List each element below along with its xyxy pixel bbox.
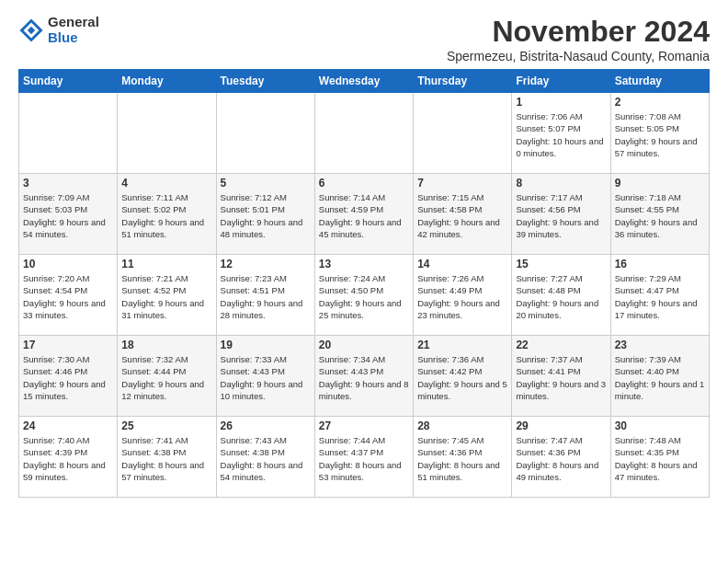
day-number: 12 <box>221 258 311 270</box>
day-number: 8 <box>516 177 606 190</box>
day-info: Sunrise: 7:44 AM Sunset: 4:37 PM Dayligh… <box>319 434 409 483</box>
day-info: Sunrise: 7:40 AM Sunset: 4:39 PM Dayligh… <box>23 434 113 483</box>
calendar-cell <box>314 93 413 174</box>
day-number: 24 <box>23 419 113 432</box>
day-info: Sunrise: 7:23 AM Sunset: 4:51 PM Dayligh… <box>221 272 311 321</box>
day-number: 27 <box>319 419 409 432</box>
calendar-table: Sunday Monday Tuesday Wednesday Thursday… <box>18 69 710 498</box>
day-info: Sunrise: 7:47 AM Sunset: 4:36 PM Dayligh… <box>516 434 606 483</box>
day-number: 6 <box>319 177 409 190</box>
day-info: Sunrise: 7:17 AM Sunset: 4:56 PM Dayligh… <box>516 191 606 240</box>
subtitle: Spermezeu, Bistrita-Nasaud County, Roman… <box>447 49 710 63</box>
calendar-cell: 6Sunrise: 7:14 AM Sunset: 4:59 PM Daylig… <box>314 174 413 255</box>
day-number: 13 <box>319 258 409 270</box>
day-info: Sunrise: 7:29 AM Sunset: 4:47 PM Dayligh… <box>615 272 705 321</box>
calendar-cell: 24Sunrise: 7:40 AM Sunset: 4:39 PM Dayli… <box>19 417 118 498</box>
logo-blue-text: Blue <box>48 30 99 46</box>
calendar-cell: 27Sunrise: 7:44 AM Sunset: 4:37 PM Dayli… <box>314 417 413 498</box>
calendar-cell: 4Sunrise: 7:11 AM Sunset: 5:02 PM Daylig… <box>118 174 216 255</box>
calendar-cell <box>19 93 118 174</box>
calendar-cell: 8Sunrise: 7:17 AM Sunset: 4:56 PM Daylig… <box>512 174 610 255</box>
calendar-cell: 26Sunrise: 7:43 AM Sunset: 4:38 PM Dayli… <box>216 417 314 498</box>
day-number: 18 <box>121 339 211 351</box>
day-info: Sunrise: 7:06 AM Sunset: 5:07 PM Dayligh… <box>516 110 606 159</box>
calendar-cell: 5Sunrise: 7:12 AM Sunset: 5:01 PM Daylig… <box>216 174 314 255</box>
day-number: 9 <box>615 177 705 190</box>
th-tuesday: Tuesday <box>216 70 314 93</box>
calendar-cell: 9Sunrise: 7:18 AM Sunset: 4:55 PM Daylig… <box>610 174 709 255</box>
th-thursday: Thursday <box>414 70 512 93</box>
day-number: 19 <box>221 339 311 351</box>
logo-general-text: General <box>48 15 99 30</box>
day-number: 4 <box>121 177 211 190</box>
day-number: 2 <box>615 96 705 109</box>
day-number: 26 <box>221 419 311 432</box>
day-info: Sunrise: 7:32 AM Sunset: 4:44 PM Dayligh… <box>121 353 211 402</box>
day-info: Sunrise: 7:39 AM Sunset: 4:40 PM Dayligh… <box>615 353 705 402</box>
calendar-cell <box>414 93 512 174</box>
day-number: 5 <box>221 177 311 190</box>
calendar-week-4: 24Sunrise: 7:40 AM Sunset: 4:39 PM Dayli… <box>19 417 710 498</box>
day-number: 22 <box>516 339 606 351</box>
th-sunday: Sunday <box>19 70 118 93</box>
calendar-cell: 15Sunrise: 7:27 AM Sunset: 4:48 PM Dayli… <box>512 255 610 336</box>
th-wednesday: Wednesday <box>314 70 413 93</box>
day-number: 29 <box>516 419 606 432</box>
th-friday: Friday <box>512 70 610 93</box>
day-info: Sunrise: 7:12 AM Sunset: 5:01 PM Dayligh… <box>221 191 311 240</box>
day-info: Sunrise: 7:43 AM Sunset: 4:38 PM Dayligh… <box>221 434 311 483</box>
th-saturday: Saturday <box>610 70 709 93</box>
day-number: 1 <box>516 96 606 109</box>
calendar-cell: 21Sunrise: 7:36 AM Sunset: 4:42 PM Dayli… <box>414 336 512 417</box>
calendar-cell: 16Sunrise: 7:29 AM Sunset: 4:47 PM Dayli… <box>610 255 709 336</box>
day-number: 10 <box>23 258 113 270</box>
day-info: Sunrise: 7:27 AM Sunset: 4:48 PM Dayligh… <box>516 272 606 321</box>
day-info: Sunrise: 7:45 AM Sunset: 4:36 PM Dayligh… <box>417 434 507 483</box>
logo-text: General Blue <box>48 15 99 45</box>
calendar-cell: 29Sunrise: 7:47 AM Sunset: 4:36 PM Dayli… <box>512 417 610 498</box>
month-title: November 2024 <box>447 15 710 49</box>
day-info: Sunrise: 7:09 AM Sunset: 5:03 PM Dayligh… <box>23 191 113 240</box>
calendar-week-0: 1Sunrise: 7:06 AM Sunset: 5:07 PM Daylig… <box>19 93 710 174</box>
day-number: 11 <box>121 258 211 270</box>
calendar-cell: 28Sunrise: 7:45 AM Sunset: 4:36 PM Dayli… <box>414 417 512 498</box>
calendar-cell: 2Sunrise: 7:08 AM Sunset: 5:05 PM Daylig… <box>610 93 709 174</box>
day-number: 14 <box>417 258 507 270</box>
day-info: Sunrise: 7:26 AM Sunset: 4:49 PM Dayligh… <box>417 272 507 321</box>
calendar-cell <box>216 93 314 174</box>
day-info: Sunrise: 7:18 AM Sunset: 4:55 PM Dayligh… <box>615 191 705 240</box>
day-info: Sunrise: 7:08 AM Sunset: 5:05 PM Dayligh… <box>615 110 705 159</box>
day-info: Sunrise: 7:37 AM Sunset: 4:41 PM Dayligh… <box>516 353 606 402</box>
calendar-cell: 20Sunrise: 7:34 AM Sunset: 4:43 PM Dayli… <box>314 336 413 417</box>
day-info: Sunrise: 7:36 AM Sunset: 4:42 PM Dayligh… <box>417 353 507 402</box>
calendar-cell: 3Sunrise: 7:09 AM Sunset: 5:03 PM Daylig… <box>19 174 118 255</box>
calendar-cell: 23Sunrise: 7:39 AM Sunset: 4:40 PM Dayli… <box>610 336 709 417</box>
calendar-cell: 7Sunrise: 7:15 AM Sunset: 4:58 PM Daylig… <box>414 174 512 255</box>
calendar-cell: 17Sunrise: 7:30 AM Sunset: 4:46 PM Dayli… <box>19 336 118 417</box>
day-number: 28 <box>417 419 507 432</box>
day-number: 7 <box>417 177 507 190</box>
day-info: Sunrise: 7:15 AM Sunset: 4:58 PM Dayligh… <box>417 191 507 240</box>
calendar-week-2: 10Sunrise: 7:20 AM Sunset: 4:54 PM Dayli… <box>19 255 710 336</box>
day-info: Sunrise: 7:30 AM Sunset: 4:46 PM Dayligh… <box>23 353 113 402</box>
calendar-cell: 11Sunrise: 7:21 AM Sunset: 4:52 PM Dayli… <box>118 255 216 336</box>
day-info: Sunrise: 7:20 AM Sunset: 4:54 PM Dayligh… <box>23 272 113 321</box>
calendar-week-1: 3Sunrise: 7:09 AM Sunset: 5:03 PM Daylig… <box>19 174 710 255</box>
title-section: November 2024 Spermezeu, Bistrita-Nasaud… <box>447 15 710 63</box>
header-row: Sunday Monday Tuesday Wednesday Thursday… <box>19 70 710 93</box>
calendar-cell: 19Sunrise: 7:33 AM Sunset: 4:43 PM Dayli… <box>216 336 314 417</box>
calendar-cell: 25Sunrise: 7:41 AM Sunset: 4:38 PM Dayli… <box>118 417 216 498</box>
day-number: 16 <box>615 258 705 270</box>
day-info: Sunrise: 7:41 AM Sunset: 4:38 PM Dayligh… <box>121 434 211 483</box>
logo-icon <box>18 17 44 43</box>
day-number: 30 <box>615 419 705 432</box>
header: General Blue November 2024 Spermezeu, Bi… <box>18 15 710 63</box>
day-info: Sunrise: 7:21 AM Sunset: 4:52 PM Dayligh… <box>121 272 211 321</box>
day-info: Sunrise: 7:34 AM Sunset: 4:43 PM Dayligh… <box>319 353 409 402</box>
logo: General Blue <box>18 15 99 45</box>
calendar-cell: 22Sunrise: 7:37 AM Sunset: 4:41 PM Dayli… <box>512 336 610 417</box>
day-number: 3 <box>23 177 113 190</box>
calendar-cell: 10Sunrise: 7:20 AM Sunset: 4:54 PM Dayli… <box>19 255 118 336</box>
day-info: Sunrise: 7:11 AM Sunset: 5:02 PM Dayligh… <box>121 191 211 240</box>
calendar-cell: 13Sunrise: 7:24 AM Sunset: 4:50 PM Dayli… <box>314 255 413 336</box>
